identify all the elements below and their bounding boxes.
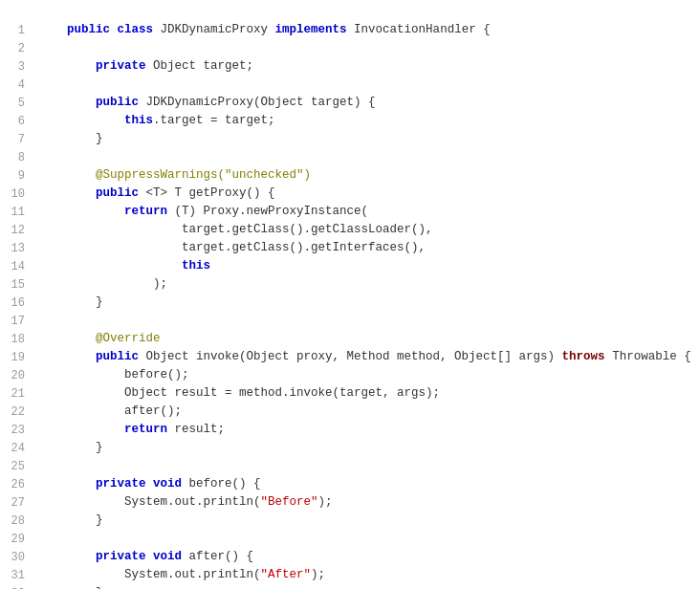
code-token: Object result = method.invoke(target, ar… bbox=[124, 386, 440, 400]
code-token bbox=[146, 477, 154, 491]
code-token bbox=[38, 23, 67, 36]
line-content: return (T) Proxy.newProxyInstance( bbox=[34, 203, 700, 221]
code-token: private bbox=[96, 477, 146, 491]
code-token bbox=[38, 96, 96, 109]
page-container: 1 public class JDKDynamicProxy implement… bbox=[0, 0, 700, 589]
table-row: 14 this bbox=[0, 257, 700, 275]
code-token: System.out.println( bbox=[124, 495, 261, 509]
line-number: 4 bbox=[0, 76, 34, 94]
code-token: "Before" bbox=[261, 495, 318, 509]
code-token bbox=[38, 114, 124, 127]
code-token: public bbox=[96, 350, 139, 363]
table-row: 5 public JDKDynamicProxy(Object target) … bbox=[0, 94, 700, 112]
line-number: 15 bbox=[0, 275, 34, 294]
code-token bbox=[38, 205, 124, 218]
line-number: 12 bbox=[0, 221, 34, 239]
code-token bbox=[38, 277, 124, 291]
code-token bbox=[38, 350, 96, 363]
code-token: ); bbox=[311, 568, 325, 581]
line-number: 26 bbox=[0, 475, 34, 493]
table-row: 2 bbox=[0, 39, 700, 57]
table-row: 10 public <T> T getProxy() { bbox=[0, 185, 700, 203]
line-content: this.target = target; bbox=[34, 112, 700, 130]
code-token: private bbox=[96, 59, 146, 73]
line-number: 21 bbox=[0, 384, 34, 403]
line-content bbox=[34, 39, 700, 57]
code-token: target.getClass().getInterfaces(), bbox=[182, 241, 426, 254]
code-token: JDKDynamicProxy(Object target) { bbox=[139, 96, 376, 109]
line-content: } bbox=[34, 512, 700, 530]
line-content: System.out.println("Before"); bbox=[34, 493, 700, 512]
code-token: } bbox=[38, 513, 103, 527]
line-content bbox=[34, 312, 700, 330]
line-content: after(); bbox=[34, 403, 700, 421]
code-token: void bbox=[153, 550, 182, 563]
line-number: 2 bbox=[0, 39, 34, 57]
line-number: 18 bbox=[0, 330, 34, 348]
table-row: 29 bbox=[0, 530, 700, 548]
code-token: implements bbox=[275, 23, 347, 36]
table-row: 15 ); bbox=[0, 275, 700, 294]
code-token: @SuppressWarnings("unchecked") bbox=[96, 168, 311, 182]
code-token: <T> T getProxy() { bbox=[139, 186, 275, 200]
line-content: } bbox=[34, 130, 700, 148]
line-number: 32 bbox=[0, 584, 34, 589]
line-content: } bbox=[34, 439, 700, 457]
line-content: target.getClass().getClassLoader(), bbox=[34, 221, 700, 239]
code-token: .target = target; bbox=[153, 114, 275, 127]
line-content: this bbox=[34, 257, 700, 275]
code-token: before(); bbox=[124, 368, 189, 382]
line-content: public <T> T getProxy() { bbox=[34, 185, 700, 203]
line-number: 5 bbox=[0, 94, 34, 112]
table-row: 23 return result; bbox=[0, 421, 700, 439]
line-content: @Override bbox=[34, 330, 700, 348]
line-content: System.out.println("After"); bbox=[34, 566, 700, 584]
line-number: 14 bbox=[0, 257, 34, 275]
code-table-1: 1 public class JDKDynamicProxy implement… bbox=[0, 21, 700, 589]
table-row: 32 } bbox=[0, 584, 700, 589]
table-row: 11 return (T) Proxy.newProxyInstance( bbox=[0, 203, 700, 221]
table-row: 30 private void after() { bbox=[0, 548, 700, 566]
code-token: result; bbox=[167, 423, 225, 436]
code-token: } bbox=[38, 295, 103, 309]
line-number: 19 bbox=[0, 348, 34, 366]
table-row: 20 before(); bbox=[0, 366, 700, 384]
table-row: 22 after(); bbox=[0, 403, 700, 421]
line-content: return result; bbox=[34, 421, 700, 439]
code-token: public bbox=[96, 186, 139, 200]
code-token: after(); bbox=[124, 404, 182, 418]
code-token bbox=[38, 59, 96, 73]
line-content: before(); bbox=[34, 366, 700, 384]
table-row: 24 } bbox=[0, 439, 700, 457]
line-number: 27 bbox=[0, 493, 34, 512]
line-content: private void after() { bbox=[34, 548, 700, 566]
line-number: 22 bbox=[0, 403, 34, 421]
table-row: 13 target.getClass().getInterfaces(), bbox=[0, 239, 700, 257]
code-token bbox=[38, 186, 96, 200]
line-number: 23 bbox=[0, 421, 34, 439]
code-token: return bbox=[124, 423, 167, 436]
line-content: public Object invoke(Object proxy, Metho… bbox=[34, 348, 700, 366]
code-token: } bbox=[38, 441, 103, 454]
line-number: 17 bbox=[0, 312, 34, 330]
table-row: 27 System.out.println("Before"); bbox=[0, 493, 700, 512]
code-token bbox=[38, 568, 124, 581]
code-token: target.getClass().getClassLoader(), bbox=[182, 223, 433, 236]
table-row: 28 } bbox=[0, 512, 700, 530]
code-token: before() { bbox=[182, 477, 261, 491]
line-content: } bbox=[34, 584, 700, 589]
table-row: 12 target.getClass().getClassLoader(), bbox=[0, 221, 700, 239]
line-number: 11 bbox=[0, 203, 34, 221]
code-token: Object invoke(Object proxy, Method metho… bbox=[139, 350, 562, 363]
line-number: 20 bbox=[0, 366, 34, 384]
line-content: } bbox=[34, 294, 700, 312]
table-row: 17 bbox=[0, 312, 700, 330]
table-row: 26 private void before() { bbox=[0, 475, 700, 493]
code-token: } bbox=[38, 132, 103, 145]
code-token bbox=[38, 477, 96, 491]
code-token: Object target; bbox=[146, 59, 254, 73]
code-token bbox=[38, 368, 124, 382]
code-token: ); bbox=[124, 277, 167, 291]
line-content: ); bbox=[34, 275, 700, 294]
table-row: 1 public class JDKDynamicProxy implement… bbox=[0, 21, 700, 39]
